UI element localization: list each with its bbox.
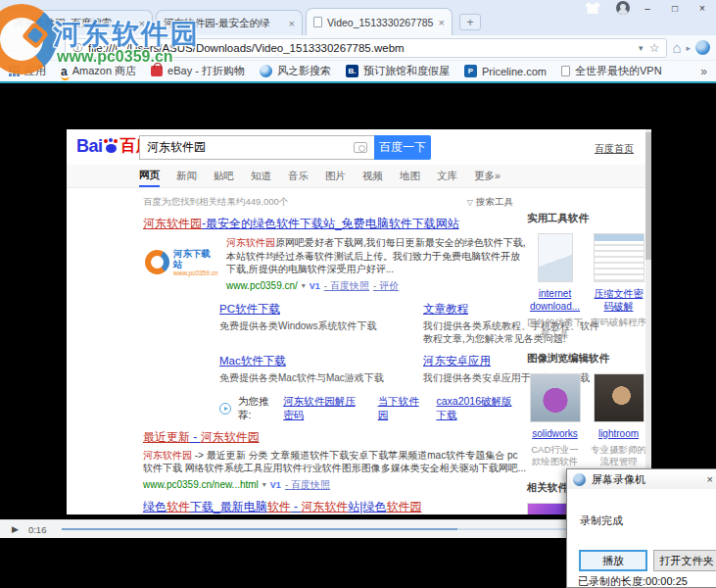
hedong-logo-icon: [145, 250, 169, 274]
address-bar[interactable]: ⓘ file:///C:/Users/ASUS/Downloads/Video_…: [65, 38, 667, 58]
bookmark-label: 预订旅馆和度假屋: [363, 64, 450, 78]
thumb-site-name: 河东下载站: [173, 248, 218, 270]
sidebar-link: solidworks: [532, 427, 578, 440]
bookmark-star-icon[interactable]: ☆: [649, 41, 660, 55]
recommend-icon: [219, 403, 231, 415]
baidu-nav: 网页 新闻 贴吧 知道 音乐 图片 视频 地图 文库 更多»: [67, 165, 651, 188]
account-icon[interactable]: [616, 1, 630, 15]
extension-globe-icon[interactable]: [695, 40, 710, 55]
chevron-icon[interactable]: ▸: [686, 43, 691, 53]
snapshot-link: 百度快照: [324, 279, 369, 293]
tab-title: Video_1513330267785: [327, 17, 435, 28]
sitelink: PC软件下载 免费提供各类Windows系统软件下载: [219, 302, 423, 345]
dialog-close-icon[interactable]: ×: [707, 473, 713, 485]
booking-icon: B.: [346, 65, 358, 77]
sidebar-link: lightroom: [598, 427, 639, 440]
sidebar-desc: 密码破解程序: [591, 317, 646, 328]
results-column: 河东软件园-最安全的绿色软件下载站_免费电脑软件下载网站 河东下载站 www.p…: [143, 217, 527, 514]
sidebar-item: lightroom 专业摄影师的流程管理: [591, 373, 646, 467]
result-url: www.pc0359.cn/: [226, 280, 298, 291]
bookmark-amazon[interactable]: a Amazon 商店: [61, 64, 136, 78]
minimize-button[interactable]: –: [634, 0, 661, 16]
bookmark-label: 应用: [24, 64, 46, 78]
sidebar-desc: 专业摄影师的流程管理: [591, 444, 646, 467]
play-button[interactable]: ▶: [12, 524, 19, 534]
dialog-titlebar[interactable]: 屏幕录像机 ×: [567, 469, 716, 489]
tab-baidu-search[interactable]: 河东软件园_百度搜索 ×: [6, 10, 153, 35]
sidebar-desc: 国外的优秀下载工具: [527, 317, 583, 340]
snapshot-link: 百度快照: [285, 478, 330, 492]
amazon-icon: a: [61, 66, 68, 77]
rank-badge: V1: [310, 281, 320, 291]
sitelink-title: PC软件下载: [219, 302, 423, 317]
baidu-logo-bai: Bai: [76, 136, 103, 157]
zip-cracker-thumbnail: [594, 233, 644, 282]
sitelink-desc: 免费提供各类Windows系统软件下载: [219, 319, 398, 332]
bookmark-booking[interactable]: B. 预订旅馆和度假屋: [346, 64, 450, 78]
sidebar-grid: solidworks CAD行业一款绘图软件 lightroom 专业摄影师的流…: [527, 373, 648, 467]
baidu-search-area: 河东软件园 百度一下: [139, 135, 431, 160]
page-info-icon[interactable]: ⓘ: [72, 41, 82, 55]
bookmarks-overflow-icon[interactable]: »: [700, 65, 707, 78]
nav-images: 图片: [325, 165, 346, 187]
tab-close-icon[interactable]: ×: [289, 18, 295, 29]
tab-close-icon[interactable]: ×: [439, 17, 445, 28]
file-icon: [313, 17, 322, 27]
nav-maps: 地图: [400, 165, 420, 187]
nav-video: 视频: [362, 165, 383, 187]
url-dropdown-icon[interactable]: ▾: [639, 43, 644, 53]
bookmark-wind-search[interactable]: 风之影搜索: [260, 64, 331, 78]
result-description: 河东软件园原网吧爱好者下载网,我们每日更新最安全的绿色软件下载,本站软件均经过杀…: [226, 236, 527, 276]
divider: [0, 81, 716, 83]
baidu-home-link: 百度首页: [595, 142, 634, 156]
bookmark-vpn[interactable]: 全世界最快的VPN: [561, 64, 662, 78]
video-time: 0:16: [28, 524, 47, 535]
thumb-text: 河东下载站 www.pc0359.cn: [173, 248, 218, 276]
reload-icon[interactable]: ↻: [45, 41, 60, 55]
result-title: 最近更新 - 河东软件园: [143, 430, 527, 445]
new-tab-button[interactable]: +: [459, 14, 481, 30]
result-body: 河东下载站 www.pc0359.cn 河东软件园原网吧爱好者下载网,我们每日更…: [143, 236, 527, 293]
recommend-label: 为您推荐:: [238, 395, 276, 422]
recommend-link: caxa2016破解版下载: [436, 395, 520, 422]
camera-icon: [354, 142, 367, 153]
document-icon: [561, 66, 570, 76]
recorded-length: 已录制的长度:00:00:25: [578, 574, 688, 588]
open-folder-button[interactable]: 打开文件夹: [653, 550, 716, 571]
bookmark-priceline[interactable]: P Priceline.com: [464, 65, 547, 77]
home-icon[interactable]: ⌂: [672, 40, 681, 55]
tab-close-icon[interactable]: ×: [139, 18, 145, 29]
tab-video-file[interactable]: Video_1513330267785 ×: [306, 8, 453, 35]
profile-icon[interactable]: [585, 2, 600, 14]
shopping-bag-icon: [151, 66, 163, 76]
bookmark-apps[interactable]: 应用: [9, 64, 46, 78]
maximize-button[interactable]: □: [661, 0, 689, 16]
bookmark-label: Priceline.com: [482, 66, 547, 77]
bookmark-label: eBay - 打折购物: [167, 64, 245, 78]
lightroom-thumbnail: [594, 373, 644, 422]
recommend-link: 河东软件园解压密码: [283, 395, 363, 422]
sidebar-heading: 实用工具软件: [527, 212, 648, 225]
tab-title: 河东软件园-最安全的绿: [164, 17, 285, 30]
bookmark-ebay[interactable]: eBay - 打折购物: [151, 64, 245, 78]
back-icon[interactable]: ←: [6, 41, 21, 55]
tab-hedong-site[interactable]: 河东软件园-最安全的绿 ×: [156, 10, 303, 35]
forward-icon[interactable]: →: [25, 41, 40, 55]
result-text: 河东软件园原网吧爱好者下载网,我们每日更新最安全的绿色软件下载,本站软件均经过杀…: [226, 236, 527, 293]
result-thumbnail: 河东下载站 www.pc0359.cn: [143, 236, 217, 287]
sidebar-link: 压缩文件密码破解: [591, 287, 646, 313]
recorder-play-button[interactable]: 播放: [579, 550, 647, 571]
result-url-line: www.pc0359.cn/new...html ▾ V1 百度快照: [143, 478, 527, 492]
result-dropdown-icon: ▾: [263, 480, 266, 489]
browser-chrome: – □ × 河东软件园_百度搜索 × 河东软件园-最安全的绿 × Video_1…: [0, 0, 716, 83]
close-button[interactable]: ×: [689, 0, 716, 16]
result-title: 河东软件园-最安全的绿色软件下载站_免费电脑软件下载网站: [143, 217, 527, 231]
sidebar-item: solidworks CAD行业一款绘图软件: [527, 373, 583, 467]
sidebar-link: internet download...: [527, 287, 583, 313]
sidebar-item: 压缩文件密码破解 密码破解程序: [591, 233, 646, 340]
recommend-link: 当下软件园: [378, 395, 423, 422]
search-input: 河东软件园: [139, 135, 374, 160]
video-content[interactable]: Bai 百度 河东软件园 百度一下 百度首页 网页 新闻 贴吧 知道 音乐 图片…: [67, 129, 651, 514]
bookmarks-bar: 应用 a Amazon 商店 eBay - 打折购物 风之影搜索 B. 预订旅馆…: [0, 61, 716, 81]
address-row: ← → ↻ ⓘ file:///C:/Users/ASUS/Downloads/…: [0, 35, 716, 61]
